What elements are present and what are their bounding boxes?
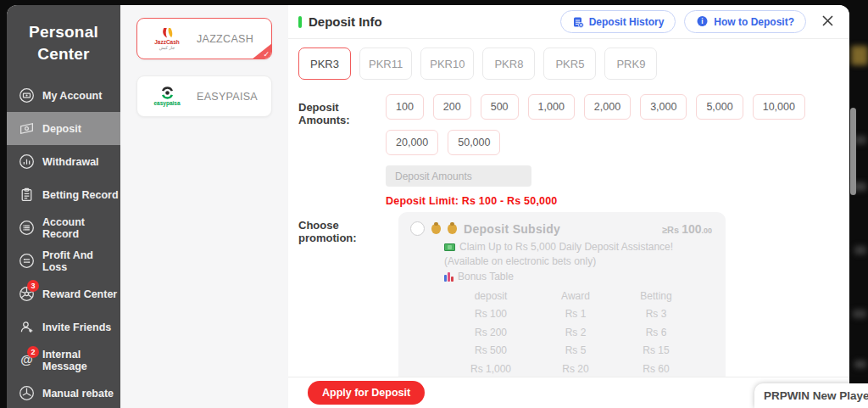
moneybag-icon — [448, 224, 457, 234]
channel-button[interactable]: PKR8 — [482, 48, 535, 80]
sidebar-item[interactable]: Manual rebate — [7, 377, 120, 408]
sidebar-item-icon — [18, 385, 35, 402]
payment-logo-icon — [160, 86, 175, 100]
personal-center-sidebar: Personal Center My Account Deposit — [7, 5, 120, 408]
deposit-history-button[interactable]: Deposit History — [560, 10, 676, 33]
bonus-table: deposit Award Betting Rs 100 Rs 1 Rs 3 — [444, 287, 698, 377]
promotion-card[interactable]: ≥Rs 100.00 Deposit Subsidy Claim Up to R… — [398, 212, 726, 377]
channel-button[interactable]: PKR10 — [420, 48, 474, 80]
bonus-table-row: Rs 100 Rs 1 Rs 3 — [444, 305, 698, 324]
panel-title: Deposit Info — [309, 14, 382, 29]
promotion-title: Deposit Subsidy — [464, 222, 560, 236]
payment-logo-icon — [159, 27, 176, 39]
new-player-widget-label: PRPWIN New Player — [764, 389, 868, 402]
payment-method-panel: JazzCash جاز کیش JAZZCASH ✓ easypaisa EA… — [120, 5, 288, 408]
sidebar-item-label: Withdrawal — [42, 156, 99, 168]
sidebar-title: Personal Center — [7, 5, 120, 64]
promotion-line1: Claim Up to Rs 5,000 Daily Deposit Assis… — [459, 240, 673, 254]
banknote-icon — [444, 243, 455, 251]
amount-button[interactable]: 20,000 — [386, 130, 438, 155]
page-scrollbar-thumb[interactable] — [850, 108, 856, 195]
amount-button[interactable]: 200 — [433, 94, 471, 120]
payment-method-name: EASYPAISA — [197, 91, 258, 103]
promotion-radio[interactable] — [410, 221, 425, 236]
payment-method-card[interactable]: easypaisa EASYPAISA ✓ — [136, 75, 272, 117]
selected-check-icon: ✓ — [252, 43, 272, 59]
payment-logo: JazzCash جاز کیش — [147, 27, 186, 51]
channel-button[interactable]: PRK9 — [604, 48, 657, 80]
amount-button[interactable]: 100 — [386, 94, 424, 120]
amount-button[interactable]: 10,000 — [753, 94, 805, 120]
promotion-line3: Bonus Table — [458, 270, 514, 284]
sidebar-item[interactable]: My Account — [7, 79, 120, 112]
sidebar-item-label: Account Record — [42, 216, 120, 240]
sidebar-item-icon — [18, 120, 35, 137]
sidebar-item[interactable]: Profit And Loss — [7, 244, 120, 277]
payment-logo-subtext: جاز کیش — [159, 46, 175, 50]
sidebar-menu: My Account Deposit Withdrawal — [7, 79, 120, 408]
amount-button[interactable]: 1,000 — [528, 94, 575, 120]
sidebar-item-label: Betting Record — [42, 189, 119, 201]
amount-button[interactable]: 5,000 — [696, 94, 743, 120]
amount-button[interactable]: 2,000 — [584, 94, 631, 120]
new-player-widget[interactable]: PRPWIN New Player — [754, 383, 868, 408]
history-clipboard-icon — [572, 16, 584, 28]
bonus-table-row: Rs 200 Rs 2 Rs 6 — [444, 323, 698, 342]
sidebar-item-label: Manual rebate — [42, 388, 114, 400]
info-icon: i — [696, 15, 709, 28]
bonus-table-row: Rs 1,000 Rs 20 Rs 60 — [444, 360, 698, 377]
bonus-table-row: Rs 500 Rs 5 Rs 15 — [444, 342, 698, 360]
amount-button[interactable]: 500 — [481, 94, 519, 120]
amount-button[interactable]: 50,000 — [448, 130, 500, 155]
moneybag-icon — [431, 224, 441, 234]
sidebar-item[interactable]: Betting Record — [7, 178, 120, 211]
amount-button[interactable]: 3,000 — [640, 94, 687, 120]
how-to-deposit-button[interactable]: i How to Deposit? — [684, 10, 806, 33]
title-accent-bar — [298, 16, 302, 28]
svg-text:i: i — [702, 17, 704, 25]
apply-for-deposit-button[interactable]: Apply for Deposit — [308, 381, 425, 405]
close-icon[interactable] — [820, 13, 836, 31]
amount-input[interactable] — [386, 165, 531, 187]
deposit-info-panel: Deposit Info Deposit History i How to De… — [288, 5, 849, 408]
sidebar-item[interactable]: Withdrawal — [7, 145, 120, 178]
sidebar-item[interactable]: Deposit — [7, 112, 120, 145]
background-blur-gold — [851, 46, 868, 65]
amounts-label: Deposit Amounts: — [298, 94, 386, 207]
background-blur — [854, 136, 866, 144]
sidebar-item-label: Reward Center — [42, 288, 117, 300]
sidebar-item-icon — [18, 87, 35, 104]
sidebar-item-icon — [18, 253, 35, 270]
sidebar-item[interactable]: Invite Friends — [7, 310, 120, 344]
payment-logo: easypaisa — [147, 86, 186, 107]
sidebar-item[interactable]: Account Record — [7, 211, 120, 244]
channel-selector: PKR3 PKR11 PKR10 PKR8 PKR5 PRK9 — [298, 48, 837, 80]
channel-button[interactable]: PKR3 — [298, 48, 351, 80]
payment-method-name: JAZZCASH — [197, 33, 253, 45]
promotion-line2: (Available on electronic bets only) — [444, 254, 714, 269]
sidebar-item-icon — [18, 319, 35, 336]
sidebar-item[interactable]: 2 @ Internal Message — [7, 344, 120, 377]
sidebar-item-icon — [18, 154, 35, 170]
payment-method-card[interactable]: JazzCash جاز کیش JAZZCASH ✓ — [136, 18, 272, 59]
background-blur — [854, 246, 866, 254]
sidebar-item-icon: 3 — [18, 286, 35, 303]
sidebar-item-label: Invite Friends — [42, 321, 111, 333]
channel-button[interactable]: PKR5 — [543, 48, 596, 80]
deposit-info-header: Deposit Info Deposit History i How to De… — [288, 5, 849, 39]
deposit-form: PKR3 PKR11 PKR10 PKR8 PKR5 PRK9 Deposit … — [288, 39, 849, 377]
channel-button[interactable]: PKR11 — [359, 48, 412, 80]
promotion-min-amount: ≥Rs 100.00 — [662, 221, 712, 237]
payment-logo-word: easypaisa — [153, 101, 180, 107]
bonus-table-header: deposit Award Betting — [444, 287, 698, 305]
sidebar-item-label: Profit And Loss — [42, 249, 120, 273]
sidebar-item-icon: 2 @ — [18, 352, 35, 369]
deposit-modal: Personal Center My Account Deposit — [7, 5, 849, 408]
sidebar-item[interactable]: 3 Reward Center — [7, 277, 120, 310]
promotion-label: Choose promotion: — [298, 212, 386, 377]
background-blur — [854, 360, 866, 368]
deposit-limit-text: Deposit Limit: Rs 100 - Rs 50,000 — [386, 195, 814, 207]
sidebar-item-icon — [18, 187, 35, 204]
sidebar-item-label: Deposit — [42, 123, 81, 135]
sidebar-item-label: My Account — [42, 90, 102, 102]
